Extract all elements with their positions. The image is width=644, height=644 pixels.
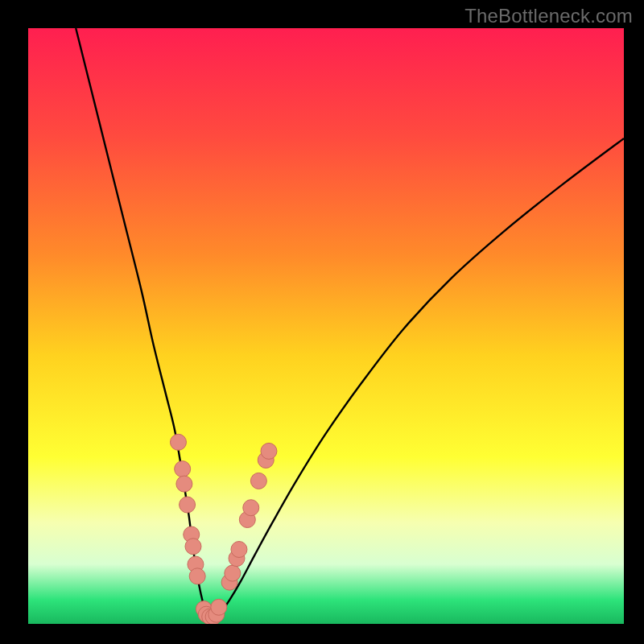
curve-marker <box>211 599 227 615</box>
curve-marker <box>185 539 201 555</box>
curve-marker <box>180 497 196 513</box>
curve-marker <box>261 443 277 459</box>
curve-marker <box>176 476 192 492</box>
curve-marker <box>243 500 259 516</box>
curve-marker <box>175 461 191 477</box>
bottleneck-chart <box>28 28 624 624</box>
watermark-text: TheBottleneck.com <box>464 5 633 27</box>
curve-marker <box>225 565 241 581</box>
curve-marker <box>189 568 205 584</box>
gradient-background <box>28 28 624 624</box>
plot-area <box>28 28 624 624</box>
curve-marker <box>170 434 186 450</box>
curve-marker <box>231 542 247 558</box>
chart-frame: TheBottleneck.com <box>0 0 644 644</box>
curve-marker <box>250 473 266 489</box>
